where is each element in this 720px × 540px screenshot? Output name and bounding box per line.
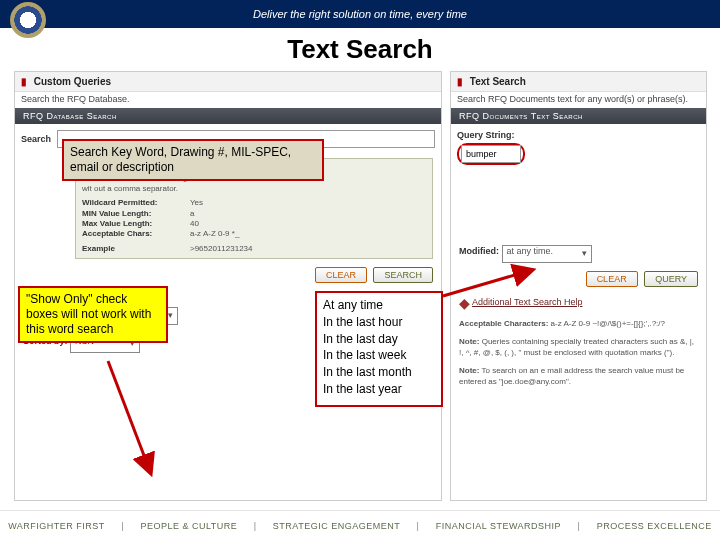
note1-text: Queries containing specially treated cha… bbox=[459, 337, 694, 356]
hint-wildcard-label: Wildcard Permitted: bbox=[82, 198, 190, 208]
bullet-icon: ▮ bbox=[21, 76, 27, 87]
rfq-db-search-bar: RFQ Database Search bbox=[15, 108, 441, 124]
arrow-showonly-icon bbox=[98, 361, 158, 485]
svg-line-1 bbox=[443, 272, 525, 296]
callout-showonly: "Show Only" check boxes will not work wi… bbox=[18, 286, 168, 343]
svg-line-0 bbox=[108, 361, 148, 466]
text-search-header: ▮ Text Search bbox=[451, 72, 706, 92]
arrow-timerange-icon bbox=[435, 266, 535, 310]
search-button[interactable]: SEARCH bbox=[373, 267, 433, 283]
footer-5: PROCESS EXCELLENCE bbox=[597, 521, 712, 531]
custom-queries-sub: Search the RFQ Database. bbox=[15, 92, 441, 106]
query-button[interactable]: QUERY bbox=[644, 271, 698, 287]
text-search-sub: Search RFQ Documents text for any word(s… bbox=[451, 92, 706, 106]
callout-timerange-inner: At any time In the last hour In the last… bbox=[317, 293, 441, 402]
query-string-label: Query String: bbox=[457, 130, 700, 140]
search-label: Search bbox=[21, 134, 51, 144]
clear-button-right[interactable]: CLEAR bbox=[586, 271, 638, 287]
hint-max-val: 40 bbox=[190, 219, 199, 228]
note1: Note: Queries containing specially treat… bbox=[451, 333, 706, 362]
note2: Note: To search on an e mail address the… bbox=[451, 362, 706, 391]
modified-label: Modified: bbox=[459, 246, 499, 256]
modified-value: at any time. bbox=[507, 246, 554, 256]
hint-nsn-text2: wit out a comma separator. bbox=[82, 184, 426, 194]
time-opt-1: In the last hour bbox=[323, 314, 435, 331]
time-opt-3: In the last week bbox=[323, 347, 435, 364]
time-opt-5: In the last year bbox=[323, 381, 435, 398]
page-title: Text Search bbox=[0, 34, 720, 65]
acceptable-chars: Acceptable Characters: a-z A-Z 0-9 ~!@/\… bbox=[451, 315, 706, 333]
modified-row: Modified: at any time. bbox=[451, 241, 706, 267]
left-button-row: CLEAR SEARCH bbox=[15, 263, 441, 287]
callout-showonly-text: "Show Only" check boxes will not work wi… bbox=[26, 292, 151, 336]
query-string-row: Query String: bbox=[451, 124, 706, 171]
custom-queries-title: Custom Queries bbox=[34, 76, 111, 87]
hint-example-label: Example bbox=[82, 244, 190, 254]
note2-text: To search on an e mail address the searc… bbox=[459, 366, 684, 385]
chars-label: Acceptable Characters: bbox=[459, 319, 548, 328]
query-string-input[interactable] bbox=[461, 145, 521, 163]
modified-select[interactable]: at any time. bbox=[502, 245, 592, 263]
callout-timerange: At any time In the last hour In the last… bbox=[315, 291, 443, 407]
note1-label: Note: bbox=[459, 337, 479, 346]
time-opt-4: In the last month bbox=[323, 364, 435, 381]
hint-chars-label: Acceptable Chars: bbox=[82, 229, 190, 239]
text-search-title: Text Search bbox=[470, 76, 526, 87]
query-highlight-oval bbox=[457, 143, 525, 165]
footer-3: STRATEGIC ENGAGEMENT bbox=[273, 521, 400, 531]
content-area: ▮ Custom Queries Search the RFQ Database… bbox=[0, 71, 720, 511]
agency-seal-icon bbox=[10, 2, 46, 38]
tagline: Deliver the right solution on time, ever… bbox=[253, 8, 467, 20]
custom-queries-header: ▮ Custom Queries bbox=[15, 72, 441, 92]
time-opt-0: At any time bbox=[323, 297, 435, 314]
hint-chars-val: a-z A-Z 0-9 *_ bbox=[190, 229, 239, 238]
hint-wildcard-val: Yes bbox=[190, 198, 203, 207]
footer-1: WARFIGHTER FIRST bbox=[8, 521, 105, 531]
clear-button[interactable]: CLEAR bbox=[315, 267, 367, 283]
callout-keyword: Search Key Word, Drawing #, MIL-SPEC, em… bbox=[62, 139, 324, 181]
note2-label: Note: bbox=[459, 366, 479, 375]
time-opt-2: In the last day bbox=[323, 331, 435, 348]
footer-2: PEOPLE & CULTURE bbox=[140, 521, 237, 531]
footer: WARFIGHTER FIRST| PEOPLE & CULTURE| STRA… bbox=[0, 510, 720, 540]
top-bar: Deliver the right solution on time, ever… bbox=[0, 0, 720, 28]
callout-keyword-text: Search Key Word, Drawing #, MIL-SPEC, em… bbox=[70, 145, 291, 174]
hint-min-val: a bbox=[190, 209, 194, 218]
hint-min-label: MIN Value Length: bbox=[82, 209, 190, 219]
footer-4: FINANCIAL STEWARDSHIP bbox=[436, 521, 561, 531]
hint-max-label: Max Value Length: bbox=[82, 219, 190, 229]
bullet-icon: ▮ bbox=[457, 76, 463, 87]
chars-val: a-z A-Z 0-9 ~!@/\$()+=-[]{};',.?:/? bbox=[551, 319, 665, 328]
hint-example-val: >9652011231234 bbox=[190, 244, 253, 253]
rfq-docs-text-bar: RFQ Documents Text Search bbox=[451, 108, 706, 124]
